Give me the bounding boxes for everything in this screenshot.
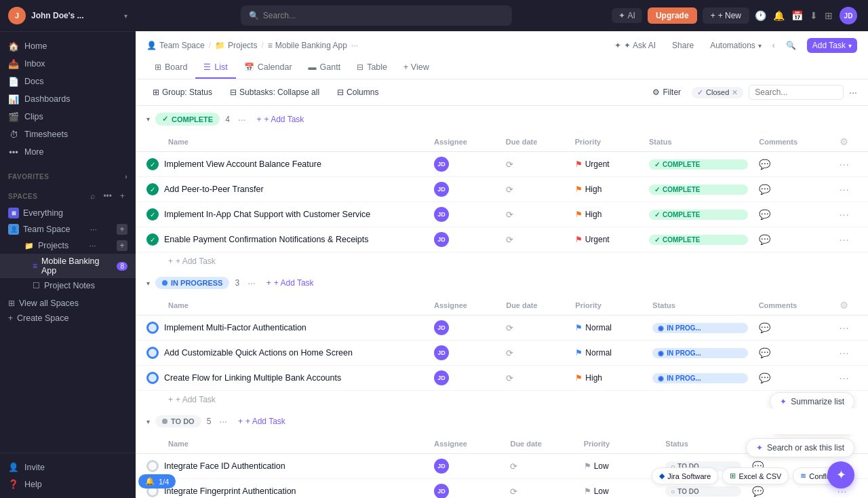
jira-integration-badge[interactable]: ◆ Jira Software <box>652 467 718 484</box>
add-task-button[interactable]: Add Task ▾ <box>807 38 857 53</box>
task-more-cell[interactable]: ··· <box>834 177 868 202</box>
task-due-date-cell[interactable]: ⟳ <box>500 152 570 177</box>
search-bar[interactable]: 🔍 Search... <box>241 5 512 26</box>
task-due-date-cell[interactable]: ⟳ <box>500 227 570 252</box>
sidebar-item-everything[interactable]: ⊞ Everything <box>0 205 136 221</box>
task-more-icon[interactable]: ··· <box>840 347 850 358</box>
task-comments-cell[interactable]: 💬 <box>753 152 834 177</box>
tab-calendar[interactable]: 📅 Calendar <box>236 57 300 79</box>
toolbar-more-icon[interactable]: ··· <box>849 87 857 98</box>
upgrade-button[interactable]: Upgrade <box>648 7 697 24</box>
breadcrumb-more-icon[interactable]: ··· <box>351 41 358 50</box>
task-status-cell[interactable]: ✓ COMPLETE <box>644 227 753 252</box>
tab-list[interactable]: ☰ List <box>195 57 235 79</box>
inprogress-group-more-icon[interactable]: ··· <box>248 277 256 288</box>
task-more-cell[interactable]: ··· <box>834 341 868 366</box>
tab-board[interactable]: ⊞ Board <box>146 57 195 79</box>
assignee-avatar[interactable]: JD <box>434 320 449 335</box>
assignee-avatar[interactable]: JD <box>434 459 449 474</box>
due-date-icon[interactable]: ⟳ <box>506 235 513 245</box>
comments-icon[interactable]: 💬 <box>759 234 770 245</box>
spaces-search-button[interactable]: ⌕ <box>87 190 98 202</box>
table-settings-icon-ip[interactable]: ⚙ <box>840 300 848 311</box>
status-badge[interactable]: ✓ COMPLETE <box>649 185 748 195</box>
calendar-icon[interactable]: 📅 <box>791 10 803 21</box>
task-more-icon[interactable]: ··· <box>840 184 850 195</box>
due-date-icon[interactable]: ⟳ <box>506 210 513 220</box>
task-comments-cell[interactable]: 💬 <box>753 202 834 227</box>
table-settings-icon[interactable]: ⚙ <box>840 136 848 147</box>
assignee-avatar[interactable]: JD <box>434 157 449 172</box>
sidebar-item-more[interactable]: ••• More <box>0 143 136 161</box>
closed-badge[interactable]: ✓ Closed ✕ <box>692 87 743 98</box>
team-space-add-button[interactable]: + <box>117 224 127 235</box>
download-icon[interactable]: ⬇ <box>810 10 818 21</box>
todo-group-more-icon[interactable]: ··· <box>219 416 227 427</box>
tab-view[interactable]: + View <box>395 57 437 79</box>
inprogress-add-task-link[interactable]: + + Add Task <box>267 278 314 288</box>
task-status-cell[interactable]: ◉ IN PROG... <box>647 315 753 341</box>
assignee-avatar[interactable]: JD <box>434 345 449 360</box>
projects-add-button[interactable]: + <box>117 240 127 251</box>
task-comments-cell[interactable]: 💬 <box>753 227 834 252</box>
workspace-header[interactable]: J John Doe's ... ▾ <box>0 0 136 32</box>
ai-chat-button[interactable]: ✦ <box>827 461 854 489</box>
team-space-more-icon[interactable]: ··· <box>90 225 97 234</box>
comments-icon[interactable]: 💬 <box>759 372 770 383</box>
status-badge[interactable]: ✓ COMPLETE <box>649 159 748 170</box>
task-more-cell[interactable]: ··· <box>834 227 868 252</box>
task-comments-cell[interactable]: 💬 <box>753 177 834 202</box>
sidebar-item-dashboards[interactable]: 📊 Dashboards <box>0 90 136 108</box>
breadcrumb-team-space[interactable]: 👤 Team Space <box>146 41 205 50</box>
comments-icon[interactable]: 💬 <box>759 347 770 358</box>
task-comments-cell[interactable]: 💬 <box>753 315 834 341</box>
due-date-icon[interactable]: ⟳ <box>506 373 513 383</box>
status-badge[interactable]: ✓ COMPLETE <box>649 235 748 245</box>
sidebar-item-team-space[interactable]: 👤 Team Space ··· + <box>0 221 136 237</box>
task-due-date-cell[interactable]: ⟳ <box>500 366 570 391</box>
task-status-cell[interactable]: ✓ COMPLETE <box>644 177 753 202</box>
columns-button[interactable]: ⊟ Columns <box>331 85 384 100</box>
projects-more-icon[interactable]: ··· <box>90 241 96 250</box>
share-button[interactable]: Share <box>667 38 699 53</box>
complete-group-toggle-icon[interactable]: ▾ <box>146 115 150 123</box>
complete-add-task-link[interactable]: + + Add Task <box>256 115 304 124</box>
tab-table[interactable]: ⊟ Table <box>349 57 395 79</box>
task-due-date-cell[interactable]: ⟳ <box>505 454 578 479</box>
assignee-avatar[interactable]: JD <box>434 232 449 247</box>
task-more-icon[interactable]: ··· <box>840 322 850 333</box>
bell-icon[interactable]: 🔔 <box>773 10 785 21</box>
filter-button[interactable]: ⚙ Filter <box>647 85 686 99</box>
task-more-cell[interactable]: ··· <box>834 152 868 177</box>
due-date-icon[interactable]: ⟳ <box>510 486 517 497</box>
task-more-icon[interactable]: ··· <box>840 234 850 245</box>
toolbar-search-input[interactable] <box>749 85 844 100</box>
task-more-icon[interactable]: ··· <box>840 372 850 383</box>
task-due-date-cell[interactable]: ⟳ <box>505 479 578 499</box>
sidebar-item-clips[interactable]: 🎬 Clips <box>0 108 136 126</box>
sidebar-item-timesheets[interactable]: ⏱ Timesheets <box>0 126 136 143</box>
complete-group-more-icon[interactable]: ··· <box>238 114 246 125</box>
status-badge[interactable]: ◉ IN PROG... <box>652 348 747 358</box>
comments-icon[interactable]: 💬 <box>752 486 764 497</box>
tab-gantt[interactable]: ▬ Gantt <box>300 57 349 79</box>
sidebar-create-space[interactable]: + Create Space <box>0 311 136 326</box>
sidebar-item-home[interactable]: 🏠 Home <box>0 37 136 55</box>
assignee-avatar[interactable]: JD <box>434 182 449 197</box>
sidebar-item-inbox[interactable]: 📥 Inbox <box>0 55 136 73</box>
comments-icon[interactable]: 💬 <box>759 322 770 333</box>
task-due-date-cell[interactable]: ⟳ <box>500 315 570 341</box>
sidebar-item-mobile-banking[interactable]: ≡ Mobile Banking App 8 <box>0 254 136 278</box>
complete-add-task-button[interactable]: + + Add Task <box>168 256 216 266</box>
sidebar-item-projects[interactable]: 📁 Projects ··· + <box>0 237 136 254</box>
search-ask-button[interactable]: ✦ Search or ask this list <box>746 438 854 457</box>
due-date-icon[interactable]: ⟳ <box>506 348 513 358</box>
sidebar-item-project-notes[interactable]: ☐ Project Notes <box>0 278 136 293</box>
task-status-cell[interactable]: ◉ IN PROG... <box>647 341 753 366</box>
todo-group-toggle-icon[interactable]: ▾ <box>146 418 150 425</box>
task-comments-cell[interactable]: 💬 <box>753 366 834 391</box>
comments-icon[interactable]: 💬 <box>759 159 770 170</box>
search-page-button[interactable]: 🔍 <box>781 38 802 53</box>
task-due-date-cell[interactable]: ⟳ <box>500 202 570 227</box>
comments-icon[interactable]: 💬 <box>759 209 770 220</box>
